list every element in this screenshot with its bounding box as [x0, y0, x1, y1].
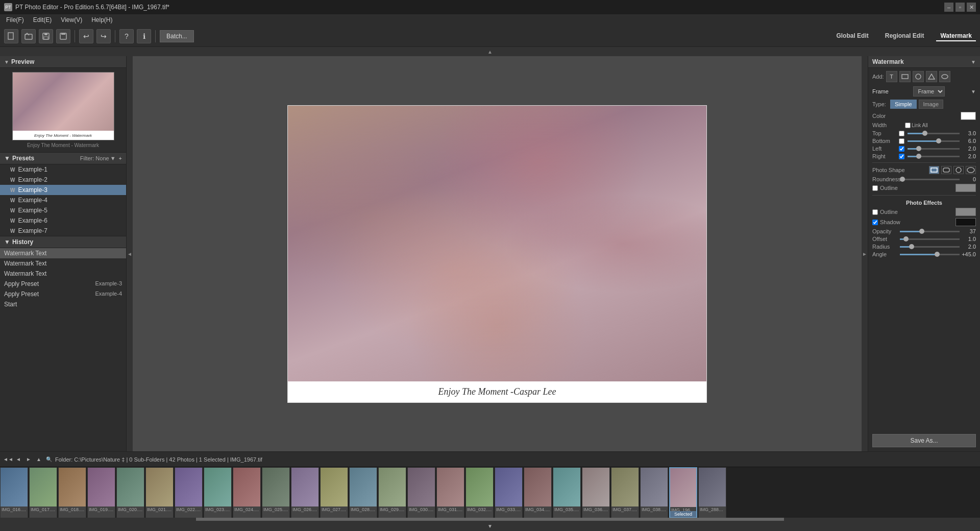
top-checkbox[interactable]: [899, 131, 904, 136]
minimize-button[interactable]: –: [944, 3, 953, 12]
film-item-16[interactable]: IMG_032.jpg: [465, 467, 494, 518]
help-button[interactable]: ?: [119, 29, 134, 43]
add-text-icon[interactable]: T: [886, 71, 897, 82]
close-button[interactable]: ✕: [967, 3, 976, 12]
film-item-23[interactable]: IMG_1967.tif Selected: [669, 467, 697, 518]
film-item-3[interactable]: IMG_019.jpg: [87, 467, 115, 518]
right-slider-track[interactable]: [908, 156, 960, 157]
offset-thumb[interactable]: [903, 236, 909, 242]
film-item-5[interactable]: IMG_021.jpg: [145, 467, 174, 518]
nav-back-button[interactable]: ◄◄: [4, 455, 12, 464]
top-collapse-button[interactable]: ▲: [0, 47, 980, 56]
filmstrip-scrollbar[interactable]: [0, 518, 980, 521]
outline-swatch[interactable]: [955, 184, 976, 192]
top-slider-track[interactable]: [908, 133, 960, 134]
offset-slider[interactable]: [900, 238, 960, 240]
undo-button[interactable]: ↩: [79, 29, 93, 43]
redo-button[interactable]: ↪: [96, 29, 111, 43]
film-item-9[interactable]: IMG_025.jpg: [262, 467, 290, 518]
nav-next-button[interactable]: ►: [24, 455, 33, 464]
preset-item-example7[interactable]: W Example-7: [0, 226, 126, 236]
save-as-button[interactable]: Save As...: [872, 434, 976, 447]
presets-filter[interactable]: Filter: None ▼ +: [80, 155, 122, 161]
add-triangle-icon[interactable]: [926, 71, 937, 82]
shape-rect-icon[interactable]: [929, 166, 939, 174]
left-checkbox[interactable]: [899, 146, 904, 152]
film-item-22[interactable]: IMG_038.jpg: [640, 467, 668, 518]
bottom-checkbox[interactable]: [899, 138, 904, 144]
type-image-button[interactable]: Image: [919, 100, 944, 109]
presets-section-header[interactable]: ▼ Presets Filter: None ▼ +: [0, 152, 126, 164]
history-item-0[interactable]: Watermark Text: [0, 248, 126, 258]
film-item-18[interactable]: IMG_034.jpg: [524, 467, 552, 518]
link-all-input[interactable]: [905, 123, 911, 128]
left-slider-thumb[interactable]: [916, 146, 921, 151]
preset-item-example3[interactable]: W Example-3: [0, 185, 126, 195]
angle-thumb[interactable]: [935, 252, 940, 257]
batch-button[interactable]: Batch...: [160, 30, 194, 42]
history-item-2[interactable]: Watermark Text: [0, 269, 126, 279]
shadow-swatch[interactable]: [955, 218, 976, 226]
menu-view[interactable]: View(V): [57, 15, 86, 25]
add-circle-icon[interactable]: [913, 71, 924, 82]
preset-item-example4[interactable]: W Example-4: [0, 195, 126, 205]
add-rect-icon[interactable]: [899, 71, 911, 82]
shape-ellipse-icon[interactable]: [966, 166, 976, 174]
film-item-15[interactable]: IMG_031.png: [436, 467, 464, 518]
film-item-20[interactable]: IMG_036.jpg: [582, 467, 610, 518]
shape-circle-icon[interactable]: [953, 166, 964, 174]
roundness-thumb[interactable]: [900, 177, 905, 182]
opacity-thumb[interactable]: [919, 229, 924, 234]
info-button[interactable]: ℹ: [137, 29, 151, 43]
film-item-6[interactable]: IMG_022.jpg: [175, 467, 203, 518]
watermark-section-header[interactable]: Watermark ▼: [868, 56, 980, 68]
film-item-1[interactable]: IMG_017.jpg: [29, 467, 57, 518]
shape-round-rect-icon[interactable]: [941, 166, 951, 174]
menu-file[interactable]: File(F): [2, 15, 28, 25]
add-ellipse-icon[interactable]: [939, 71, 950, 82]
film-item-19[interactable]: IMG_035.png: [553, 467, 581, 518]
bottom-slider-thumb[interactable]: [936, 138, 941, 143]
right-slider-thumb[interactable]: [916, 154, 921, 159]
bottom-collapse-button[interactable]: ▼: [0, 521, 980, 531]
top-slider-thumb[interactable]: [922, 131, 927, 136]
film-item-12[interactable]: IMG_028.jpg: [349, 467, 377, 518]
nav-up-button[interactable]: ▲: [35, 455, 43, 464]
film-item-21[interactable]: IMG_037.jpg: [611, 467, 639, 518]
search-button[interactable]: 🔍: [45, 455, 53, 464]
preset-item-example5[interactable]: W Example-5: [0, 205, 126, 215]
history-section-header[interactable]: ▼ History: [0, 236, 126, 248]
save-button[interactable]: [39, 29, 53, 43]
roundness-slider[interactable]: [900, 179, 960, 180]
film-item-8[interactable]: IMG_024.jpg: [233, 467, 261, 518]
tab-global-edit[interactable]: Global Edit: [832, 31, 872, 41]
film-item-24[interactable]: IMG_2883.CR2: [698, 467, 726, 518]
opacity-slider[interactable]: [900, 231, 960, 232]
maximize-button[interactable]: ▫: [955, 3, 965, 12]
radius-thumb[interactable]: [909, 244, 914, 249]
menu-edit[interactable]: Edit(E): [29, 15, 56, 25]
preset-item-example6[interactable]: W Example-6: [0, 215, 126, 226]
add-preset-button[interactable]: +: [119, 155, 122, 161]
open-button[interactable]: [21, 29, 36, 43]
tab-watermark[interactable]: Watermark: [936, 31, 976, 41]
film-item-0[interactable]: IMG_016.jpg: [0, 467, 28, 518]
left-expand-handle[interactable]: ◄: [127, 56, 133, 451]
film-item-14[interactable]: IMG_030.jpg: [407, 467, 435, 518]
preview-section-header[interactable]: ▼ Preview: [0, 56, 126, 68]
film-item-10[interactable]: IMG_026.jpg: [291, 467, 319, 518]
angle-slider[interactable]: [900, 254, 960, 255]
right-checkbox[interactable]: [899, 154, 904, 159]
bottom-slider-track[interactable]: [908, 140, 960, 142]
film-item-17[interactable]: IMG_033.cr2: [495, 467, 523, 518]
history-item-3[interactable]: Apply Preset Example-3: [0, 279, 126, 289]
film-item-4[interactable]: IMG_020.jpg: [116, 467, 144, 518]
nav-prev-button[interactable]: ◄: [14, 455, 22, 464]
tab-regional-edit[interactable]: Regional Edit: [881, 31, 928, 41]
film-item-7[interactable]: IMG_023.jpg: [204, 467, 232, 518]
menu-help[interactable]: Help(H): [87, 15, 116, 25]
outline-checkbox[interactable]: [872, 185, 878, 191]
filmstrip-scroll-thumb[interactable]: [196, 518, 784, 521]
right-expand-handle[interactable]: ►: [862, 56, 868, 451]
history-item-4[interactable]: Apply Preset Example-4: [0, 289, 126, 299]
